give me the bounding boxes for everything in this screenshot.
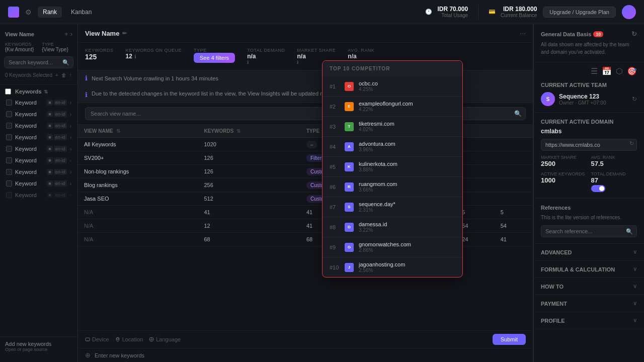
competitor-domain-pct: 4.25% <box>359 86 455 92</box>
competitor-item[interactable]: #7 S sequence.day* 2.31% <box>323 197 462 217</box>
add-new-keywords-button[interactable]: Add new keywords <box>5 341 72 347</box>
kw-checkbox-1[interactable] <box>6 111 12 117</box>
submit-button[interactable]: Submit <box>493 334 526 345</box>
center-view-name: View Name ✏ <box>85 30 127 37</box>
table-row[interactable]: Jasa SEO 512 Custom <box>78 192 533 206</box>
howto-section[interactable]: HOW TO ∨ <box>534 278 644 295</box>
market-share-label: MARKET SHARE <box>541 155 587 160</box>
domain-refresh-icon[interactable]: ↻ <box>629 140 634 147</box>
competitor-item[interactable]: #2 E exampleoflongurl.com 4.22% <box>323 97 462 117</box>
new-keywords-input[interactable] <box>95 352 526 358</box>
list-item[interactable]: Keyword ■en-id › <box>2 166 75 177</box>
export-selected-icon[interactable]: ↑ <box>69 72 72 78</box>
gear-icon[interactable]: ⚙ <box>25 8 32 16</box>
general-basis-label: General Data Basis <box>541 31 591 37</box>
kw-checkbox-5[interactable] <box>6 157 12 163</box>
device-label: Device <box>92 336 109 342</box>
list-item[interactable]: Keyword ■en-id › <box>2 120 75 131</box>
nav-rank[interactable]: Rank <box>38 7 62 18</box>
device-option[interactable]: Device <box>85 336 109 342</box>
kw-checkbox-6[interactable] <box>6 169 12 175</box>
competitor-domain-pct: 3.66% <box>359 187 455 193</box>
delete-selected-icon[interactable]: 🗑 <box>61 72 66 78</box>
list-item[interactable]: Keyword ■en-id › <box>2 109 75 120</box>
stat-demand-label: TOTAL DEMAND <box>247 48 285 53</box>
list-item[interactable]: Keyword ■en-id › <box>2 143 75 154</box>
references-search-input[interactable] <box>541 225 637 237</box>
formula-section[interactable]: FORMULA & CALCULATION ∨ <box>534 261 644 278</box>
competitor-item[interactable]: #6 R ruangmom.com 3.66% <box>323 177 462 197</box>
sort-icon[interactable]: ⇅ <box>44 89 48 95</box>
competitor-domain-block: kulinerkota.com 3.88% <box>359 161 455 172</box>
advanced-section[interactable]: ADVANCED ∨ <box>534 244 644 261</box>
panel-icon-4[interactable]: 🎯 <box>627 66 637 76</box>
sidebar-nav-icon[interactable]: › <box>70 30 72 38</box>
balance-total-usage: 🕐 IDR 70.000 Total Usage <box>425 6 468 18</box>
list-item[interactable]: Keyword ■en-id › <box>2 97 75 108</box>
sidebar-selected-info: 0 Keywords Selected + 🗑 ↑ <box>0 72 77 82</box>
upgrade-button[interactable]: Upgrade / Upgrade Plan <box>543 7 616 18</box>
references-title: References <box>541 205 637 211</box>
center-search[interactable]: 🔍 <box>78 103 533 125</box>
competitor-domain-pct: 2.56% <box>359 267 455 273</box>
row-name-4: Jasa SEO <box>78 192 198 206</box>
select-all-checkbox[interactable] <box>5 88 11 95</box>
sync-icon[interactable]: ↻ <box>631 30 637 38</box>
competitor-item[interactable]: #8 D damessa.id 3.22% <box>323 217 462 237</box>
nav-kanban[interactable]: Kanban <box>66 7 97 18</box>
sidebar-search[interactable]: 🔍 <box>4 56 73 68</box>
domain-url-input[interactable] <box>541 139 637 151</box>
location-option[interactable]: Location <box>115 336 143 342</box>
table-row[interactable]: Non-blog rankings 126 Custom <box>78 165 533 178</box>
competitor-favicon: T <box>345 122 354 131</box>
col-view-name[interactable]: VIEW NAME ⇅ <box>78 125 198 138</box>
kw-checkbox-3[interactable] <box>6 134 12 140</box>
kw-checkbox-0[interactable] <box>6 100 12 106</box>
edit-icon[interactable]: ✏ <box>122 30 127 37</box>
filter-button[interactable]: See 4 filters <box>194 53 235 63</box>
current-team-label: CURRENT ACTIVE TEAM <box>541 82 637 88</box>
competitor-item[interactable]: #4 A advontura.com 3.96% <box>323 137 462 157</box>
refresh-icon[interactable]: ↻ <box>632 96 637 103</box>
kw-checkbox-2[interactable] <box>6 123 12 129</box>
col-keywords[interactable]: KEYWORDS ⇅ <box>198 125 300 138</box>
sidebar-actions: + › <box>64 30 72 38</box>
payment-section[interactable]: PAYMENT ∨ <box>534 295 644 312</box>
user-avatar[interactable] <box>622 5 636 19</box>
competitor-item[interactable]: #3 T tiketresmi.com 4.02% <box>323 117 462 137</box>
competitor-item[interactable]: #10 J jagoanhosting.com 2.56% <box>323 257 462 277</box>
panel-icon-1[interactable]: ☰ <box>591 66 598 76</box>
keywords-header: Keywords ⇅ <box>0 86 77 97</box>
sidebar: View Name + › KEYWORDS {Kw Amount} TYPE … <box>0 24 78 362</box>
competitor-item[interactable]: #9 G gnomonwatches.com 2.86% <box>323 237 462 257</box>
competitor-item[interactable]: #1 O ocbc.co 4.25% <box>323 76 462 97</box>
active-kw-stat: ACTIVE KEYWORDS 1000 <box>541 171 587 192</box>
total-usage-label: Total Usage <box>441 13 468 18</box>
kw-checkbox-7[interactable] <box>6 180 12 187</box>
table-row[interactable]: SV200+ 126 Filter <box>78 151 533 165</box>
competitor-domain-pct: 3.96% <box>359 147 455 152</box>
toggle-switch[interactable] <box>591 185 605 192</box>
competitor-domain-block: exampleoflongurl.com 4.22% <box>359 101 455 112</box>
list-item[interactable]: Keyword ■en-id › <box>2 178 75 189</box>
kw-checkbox-4[interactable] <box>6 146 12 152</box>
add-selected-icon[interactable]: + <box>55 72 58 78</box>
sidebar-add-icon[interactable]: + <box>64 30 68 38</box>
profile-section[interactable]: PROFILE ∨ <box>534 312 644 329</box>
svg-rect-0 <box>86 338 90 341</box>
language-option[interactable]: Language <box>149 336 181 342</box>
table-row[interactable]: Blog rankings 256 Custom <box>78 178 533 192</box>
kw-checkbox-8[interactable] <box>6 192 12 198</box>
row-kw-0: 1020 <box>198 138 300 151</box>
panel-icon-3[interactable]: ⬡ <box>616 66 623 76</box>
list-item[interactable]: Keyword ■en-id › <box>2 132 75 143</box>
competitor-domain-name: kulinerkota.com <box>359 161 455 167</box>
table-row[interactable]: All Keywords 1020 – <box>78 138 533 151</box>
row-kw-3: 256 <box>198 178 300 192</box>
panel-icon-2[interactable]: 📅 <box>602 66 612 76</box>
more-options-icon[interactable]: ··· <box>520 29 526 37</box>
competitor-item[interactable]: #5 K kulinerkota.com 3.88% <box>323 157 462 177</box>
list-item[interactable]: Keyword ■en-id › <box>2 155 75 166</box>
row-kw-2: 126 <box>198 165 300 178</box>
list-item[interactable]: Keyword ■en-id › <box>2 190 75 201</box>
